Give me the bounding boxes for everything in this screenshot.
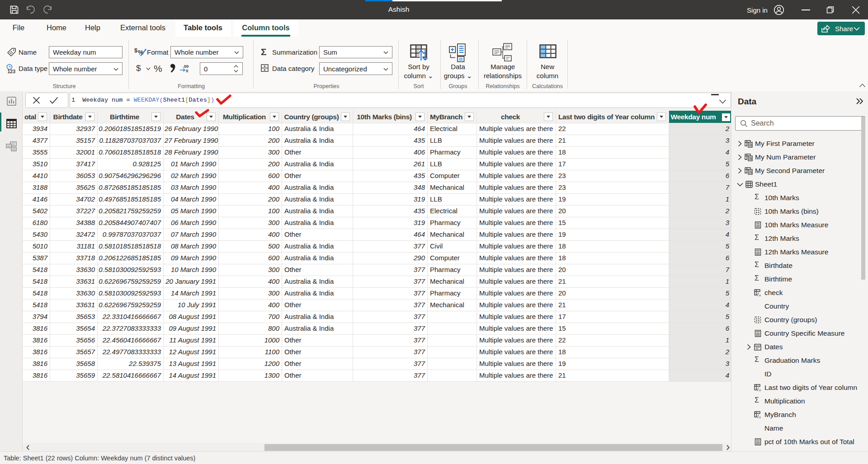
svg-text:$: $ xyxy=(134,47,138,54)
svg-text:x: x xyxy=(759,293,761,297)
svg-text:x: x xyxy=(759,415,761,419)
svg-text:123: 123 xyxy=(8,69,16,74)
svg-text:x: x xyxy=(759,388,761,392)
svg-text:0: 0 xyxy=(186,68,188,73)
